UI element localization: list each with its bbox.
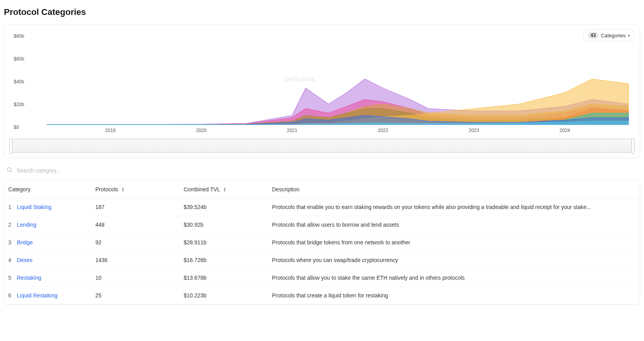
row-protocols: 25 [91, 287, 180, 304]
table-row: 2Lending448$30.92bProtocols that allow u… [4, 216, 640, 234]
row-description: Protocols that allow you to stake the sa… [268, 269, 640, 287]
category-link[interactable]: Liquid Restaking [17, 292, 58, 299]
table-row: 1Liquid Staking187$39.524bProtocols that… [4, 198, 640, 216]
table-row: 5Restaking10$13.678bProtocols that allow… [4, 269, 640, 287]
th-description-label: Description [272, 186, 299, 192]
th-tvl[interactable]: Combined TVL ▲▼ [180, 180, 268, 198]
category-link[interactable]: Lending [17, 222, 36, 228]
row-tvl: $16.726b [180, 251, 268, 269]
row-description: Protocols that enable you to earn stakin… [268, 198, 640, 216]
th-tvl-label: Combined TVL [184, 186, 220, 192]
category-link[interactable]: Bridge [17, 239, 33, 246]
row-index: 1 [4, 198, 13, 216]
row-index: 2 [4, 216, 13, 234]
sort-icon: ▲▼ [223, 187, 226, 192]
tvl-area-chart[interactable]: $0$20b$40b$60b$80b 201920202021202220232… [11, 31, 633, 133]
search-icon [6, 167, 13, 174]
row-protocols: 187 [91, 198, 180, 216]
categories-table: Category Protocols ▲▼ Combined TVL ▲▼ De… [4, 180, 640, 304]
table-row: 3Bridge92$28.911bProtocols that bridge t… [4, 234, 640, 251]
brush-handle-left[interactable] [9, 138, 13, 154]
th-protocols-label: Protocols [95, 186, 118, 192]
row-index: 4 [4, 251, 13, 269]
sort-icon: ▲▼ [121, 187, 124, 192]
row-tvl: $10.223b [180, 287, 268, 304]
categories-table-card: Category Protocols ▲▼ Combined TVL ▲▼ De… [4, 180, 640, 305]
row-protocols: 10 [91, 269, 180, 287]
row-protocols: 1436 [91, 251, 180, 269]
row-tvl: $30.92b [180, 216, 268, 234]
table-row: 6Liquid Restaking25$10.223bProtocols tha… [4, 287, 640, 304]
row-description: Protocols that create a liquid token for… [268, 287, 640, 304]
row-index: 6 [4, 287, 13, 304]
row-protocols: 448 [91, 216, 180, 234]
th-protocols[interactable]: Protocols ▲▼ [91, 180, 180, 198]
row-index: 3 [4, 234, 13, 251]
th-category[interactable]: Category [4, 180, 91, 198]
search-input[interactable] [16, 167, 133, 174]
chart-card: 43 Categories ▾ $0$20b$40b$60b$80b 20192… [4, 24, 640, 158]
category-link[interactable]: Dexes [17, 257, 33, 263]
svg-line-1 [11, 171, 12, 172]
row-tvl: $28.911b [180, 234, 268, 251]
row-description: Protocols where you can swap/trade crypt… [268, 251, 640, 269]
row-description: Protocols that allow users to borrow and… [268, 216, 640, 234]
table-row: 4Dexes1436$16.726bProtocols where you ca… [4, 251, 640, 269]
row-tvl: $13.678b [180, 269, 268, 287]
page-title: Protocol Categories [4, 7, 640, 17]
row-tvl: $39.524b [180, 198, 268, 216]
category-link[interactable]: Restaking [17, 275, 41, 281]
th-description: Description [268, 180, 640, 198]
brush-handle-right[interactable] [631, 138, 635, 154]
timeline-brush[interactable] [11, 139, 633, 153]
row-description: Protocols that bridge tokens from one ne… [268, 234, 640, 251]
row-index: 5 [4, 269, 13, 287]
th-category-label: Category [8, 186, 31, 192]
category-link[interactable]: Liquid Staking [17, 204, 51, 210]
row-protocols: 92 [91, 234, 180, 251]
